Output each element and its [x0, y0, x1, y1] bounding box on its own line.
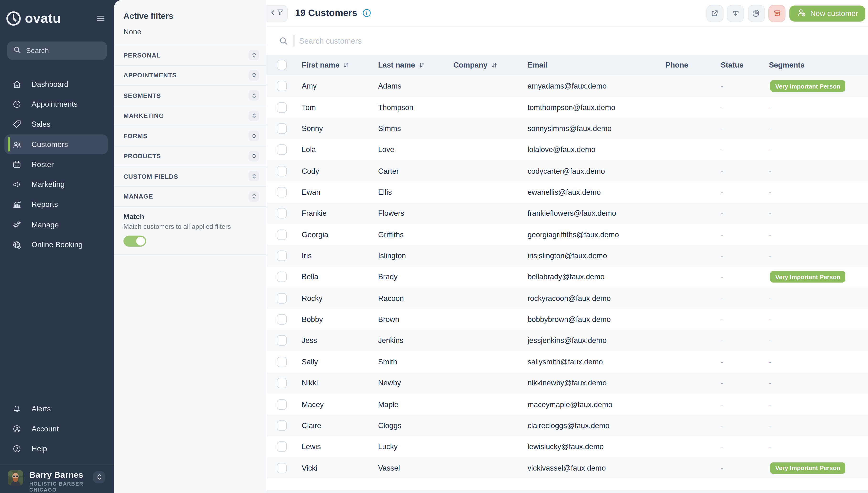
search-customers-input[interactable]: [298, 36, 533, 46]
users-icon: [12, 140, 21, 149]
sidebar-item-manage[interactable]: Manage: [0, 215, 114, 235]
table-row[interactable]: Lewis Lucky lewislucky@faux.demo - -: [266, 436, 868, 457]
column-header-first-name[interactable]: First name: [302, 61, 378, 69]
filter-section-label: SEGMENTS: [123, 92, 161, 99]
cell-last-name: Cloggs: [378, 422, 453, 430]
sidebar-item-account[interactable]: Account: [0, 419, 114, 439]
collapse-filters-tab[interactable]: [266, 5, 288, 22]
row-checkbox[interactable]: [277, 102, 287, 113]
filter-section-forms[interactable]: FORMS: [114, 126, 266, 146]
cell-last-name: Vassel: [378, 464, 453, 472]
filter-section-segments[interactable]: SEGMENTS: [114, 85, 266, 105]
row-checkbox[interactable]: [277, 123, 287, 134]
row-checkbox[interactable]: [277, 442, 287, 452]
table-row[interactable]: Iris Islington irisislington@faux.demo -…: [266, 245, 868, 266]
table-row[interactable]: Bella Brady bellabrady@faux.demo - Very …: [266, 266, 868, 287]
row-checkbox[interactable]: [277, 208, 287, 219]
row-checkbox[interactable]: [277, 272, 287, 282]
table-row[interactable]: Amy Adams amyadams@faux.demo - Very Impo…: [266, 76, 868, 97]
row-checkbox[interactable]: [277, 399, 287, 409]
table-row[interactable]: Cody Carter codycarter@faux.demo - -: [266, 160, 868, 181]
row-checkbox[interactable]: [277, 420, 287, 431]
export-button[interactable]: [706, 5, 724, 22]
sidebar-item-alerts[interactable]: Alerts: [0, 399, 114, 419]
select-all-checkbox[interactable]: [277, 60, 287, 70]
sidebar-header: ovatu: [0, 0, 114, 32]
table-row[interactable]: Macey Maple maceymaple@faux.demo - -: [266, 394, 868, 415]
table-row[interactable]: Vicki Vassel vickivassel@faux.demo - Ver…: [266, 457, 868, 479]
unfold-chevron-icon[interactable]: [249, 191, 259, 202]
row-checkbox[interactable]: [277, 357, 287, 367]
brand-name: ovatu: [25, 10, 61, 26]
filter-section-marketing[interactable]: MARKETING: [114, 105, 266, 126]
cell-status: -: [721, 358, 769, 366]
new-customer-button[interactable]: New customer: [789, 5, 865, 21]
row-checkbox[interactable]: [277, 187, 287, 197]
table-row[interactable]: Nikki Newby nikkinewby@faux.demo - -: [266, 372, 868, 394]
table-row[interactable]: Sally Smith sallysmith@faux.demo - -: [266, 351, 868, 372]
sort-icon[interactable]: [491, 62, 498, 68]
table-row[interactable]: Georgia Griffiths georgiagriffiths@faux.…: [266, 224, 868, 245]
table-row[interactable]: Lola Love lolalove@faux.demo - -: [266, 139, 868, 160]
table-row[interactable]: Sonny Simms sonnysimms@faux.demo - -: [266, 118, 868, 139]
unfold-chevron-icon[interactable]: [249, 50, 259, 60]
stats-pie-button[interactable]: [748, 5, 765, 22]
sort-icon[interactable]: [419, 62, 425, 68]
filter-section-products[interactable]: PRODUCTS: [114, 146, 266, 166]
filter-section-appointments[interactable]: APPOINTMENTS: [114, 65, 266, 85]
cell-status: -: [721, 103, 769, 111]
sidebar-item-roster[interactable]: Roster: [0, 154, 114, 174]
row-checkbox[interactable]: [277, 229, 287, 240]
unfold-chevron-icon[interactable]: [249, 110, 259, 121]
vip-segment-badge: Very Important Person: [770, 462, 846, 474]
unfold-chevron-icon[interactable]: [249, 151, 259, 161]
info-icon[interactable]: [362, 8, 372, 18]
sidebar-item-online-booking[interactable]: Online Booking: [0, 235, 114, 255]
sidebar-item-marketing[interactable]: Marketing: [0, 174, 114, 194]
sidebar-item-sales[interactable]: Sales: [0, 114, 114, 134]
row-checkbox[interactable]: [277, 144, 287, 155]
row-checkbox[interactable]: [277, 81, 287, 91]
table-row[interactable]: Claire Cloggs clairecloggs@faux.demo - -: [266, 415, 868, 436]
sidebar-item-customers[interactable]: Customers: [4, 134, 108, 154]
sidebar-search-input[interactable]: Search: [7, 42, 107, 60]
filter-section-manage[interactable]: MANAGE: [114, 186, 266, 207]
row-checkbox[interactable]: [277, 314, 287, 325]
cell-first-name: Ewan: [302, 188, 378, 196]
unfold-chevron-icon[interactable]: [249, 70, 259, 81]
row-checkbox[interactable]: [277, 378, 287, 388]
filter-section-custom-fields[interactable]: CUSTOM FIELDS: [114, 166, 266, 186]
cell-last-name: Flowers: [378, 209, 453, 218]
table-row[interactable]: Jess Jenkins jessjenkins@faux.demo - -: [266, 330, 868, 351]
table-row[interactable]: Ewan Ellis ewanellis@faux.demo - -: [266, 181, 868, 203]
sidebar-item-dashboard[interactable]: Dashboard: [0, 74, 114, 94]
filter-section-personal[interactable]: PERSONAL: [114, 45, 266, 65]
row-checkbox[interactable]: [277, 166, 287, 176]
archive-button[interactable]: [768, 5, 786, 22]
table-row[interactable]: Tom Thompson tomthompson@faux.demo - -: [266, 97, 868, 118]
row-checkbox[interactable]: [277, 293, 287, 303]
sidebar-item-reports[interactable]: Reports: [0, 194, 114, 215]
hamburger-menu-icon[interactable]: [95, 13, 106, 23]
cell-status: -: [721, 273, 769, 281]
match-toggle[interactable]: [123, 236, 146, 246]
row-checkbox[interactable]: [277, 336, 287, 346]
merge-button[interactable]: [727, 5, 744, 22]
row-checkbox[interactable]: [277, 251, 287, 261]
column-header-last-name[interactable]: Last name: [378, 61, 453, 69]
table-row[interactable]: Bobby Brown bobbybrown@faux.demo - -: [266, 309, 868, 330]
ovatu-logo[interactable]: ovatu: [5, 10, 61, 26]
row-checkbox[interactable]: [277, 463, 287, 473]
profile-section[interactable]: Barry Barnes HOLISTIC BARBER CHICAGO: [0, 465, 114, 493]
sort-icon[interactable]: [343, 62, 349, 68]
profile-switcher-button[interactable]: [93, 471, 105, 483]
column-header-company[interactable]: Company: [453, 61, 528, 69]
sidebar-item-help[interactable]: Help: [0, 439, 114, 459]
cell-first-name: Vicki: [302, 464, 378, 472]
unfold-chevron-icon[interactable]: [249, 90, 259, 101]
table-row[interactable]: Frankie Flowers frankieflowers@faux.demo…: [266, 203, 868, 224]
unfold-chevron-icon[interactable]: [249, 171, 259, 181]
unfold-chevron-icon[interactable]: [249, 131, 259, 141]
table-row[interactable]: Rocky Racoon rockyracoon@faux.demo - -: [266, 287, 868, 309]
sidebar-item-appointments[interactable]: Appointments: [0, 94, 114, 114]
